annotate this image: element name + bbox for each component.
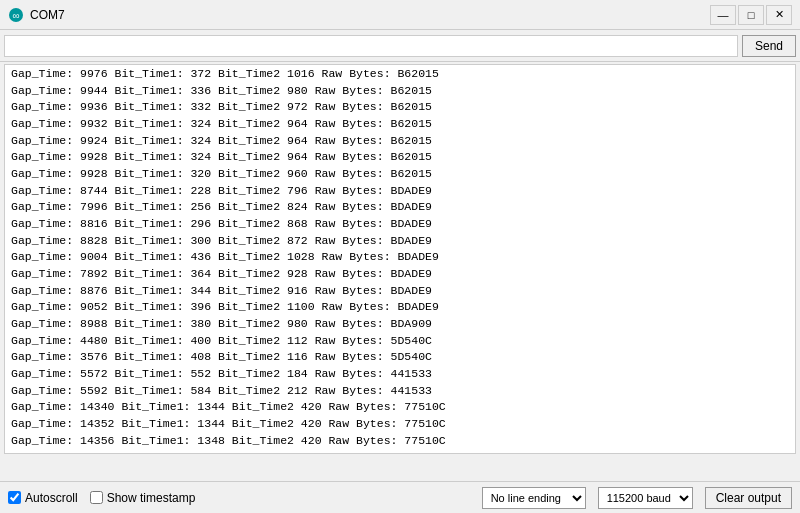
serial-line: Gap_Time: 14352 Bit_Time1: 1344 Bit_Time… [11,416,789,433]
serial-line: Gap_Time: 9976 Bit_Time1: 372 Bit_Time2 … [11,66,789,83]
serial-line: Gap_Time: 14356 Bit_Time1: 1348 Bit_Time… [11,433,789,450]
serial-input[interactable] [4,35,738,57]
autoscroll-label: Autoscroll [25,491,78,505]
app-icon: ∞ [8,7,24,23]
close-button[interactable]: ✕ [766,5,792,25]
serial-line: Gap_Time: 9052 Bit_Time1: 396 Bit_Time2 … [11,299,789,316]
line-ending-select[interactable]: No line endingNewlineCarriage returnBoth… [482,487,586,509]
serial-line: Gap_Time: 8988 Bit_Time1: 380 Bit_Time2 … [11,316,789,333]
toolbar: Send [0,30,800,62]
serial-line: Gap_Time: 9924 Bit_Time1: 324 Bit_Time2 … [11,133,789,150]
autoscroll-checkbox[interactable] [8,491,21,504]
minimize-button[interactable]: — [710,5,736,25]
serial-line: Gap_Time: 5572 Bit_Time1: 552 Bit_Time2 … [11,366,789,383]
clear-output-button[interactable]: Clear output [705,487,792,509]
serial-output[interactable]: Gap_Time: 9880 Bit_Time1: 276 Bit_Time2 … [4,64,796,454]
serial-line: Gap_Time: 14340 Bit_Time1: 1344 Bit_Time… [11,399,789,416]
title-bar: ∞ COM7 — □ ✕ [0,0,800,30]
maximize-button[interactable]: □ [738,5,764,25]
serial-line: Gap_Time: 9928 Bit_Time1: 320 Bit_Time2 … [11,166,789,183]
serial-line: Gap_Time: 8828 Bit_Time1: 300 Bit_Time2 … [11,233,789,250]
baud-rate-select[interactable]: 300 baud1200 baud2400 baud4800 baud9600 … [598,487,693,509]
serial-line: Gap_Time: 7996 Bit_Time1: 256 Bit_Time2 … [11,199,789,216]
show-timestamp-checkbox-label[interactable]: Show timestamp [90,491,196,505]
serial-line: Gap_Time: 3576 Bit_Time1: 408 Bit_Time2 … [11,349,789,366]
show-timestamp-label: Show timestamp [107,491,196,505]
serial-line: Gap_Time: 8876 Bit_Time1: 344 Bit_Time2 … [11,283,789,300]
serial-line: Gap_Time: 9932 Bit_Time1: 324 Bit_Time2 … [11,116,789,133]
autoscroll-checkbox-label[interactable]: Autoscroll [8,491,78,505]
serial-line: Gap_Time: 7892 Bit_Time1: 364 Bit_Time2 … [11,266,789,283]
main-content: Send Gap_Time: 9880 Bit_Time1: 276 Bit_T… [0,30,800,513]
window-controls: — □ ✕ [710,5,792,25]
serial-line: Gap_Time: 9936 Bit_Time1: 332 Bit_Time2 … [11,99,789,116]
serial-line: Gap_Time: 4480 Bit_Time1: 400 Bit_Time2 … [11,333,789,350]
window-title: COM7 [30,8,710,22]
serial-line: Gap_Time: 8816 Bit_Time1: 296 Bit_Time2 … [11,216,789,233]
serial-line: Gap_Time: 9928 Bit_Time1: 324 Bit_Time2 … [11,149,789,166]
serial-line: Gap_Time: 9944 Bit_Time1: 336 Bit_Time2 … [11,83,789,100]
serial-line: Gap_Time: 9004 Bit_Time1: 436 Bit_Time2 … [11,249,789,266]
serial-line: Gap_Time: 8744 Bit_Time1: 228 Bit_Time2 … [11,183,789,200]
status-bar: Autoscroll Show timestamp No line ending… [0,481,800,513]
svg-text:∞: ∞ [12,10,19,21]
show-timestamp-checkbox[interactable] [90,491,103,504]
send-button[interactable]: Send [742,35,796,57]
serial-line: Gap_Time: 5592 Bit_Time1: 584 Bit_Time2 … [11,383,789,400]
